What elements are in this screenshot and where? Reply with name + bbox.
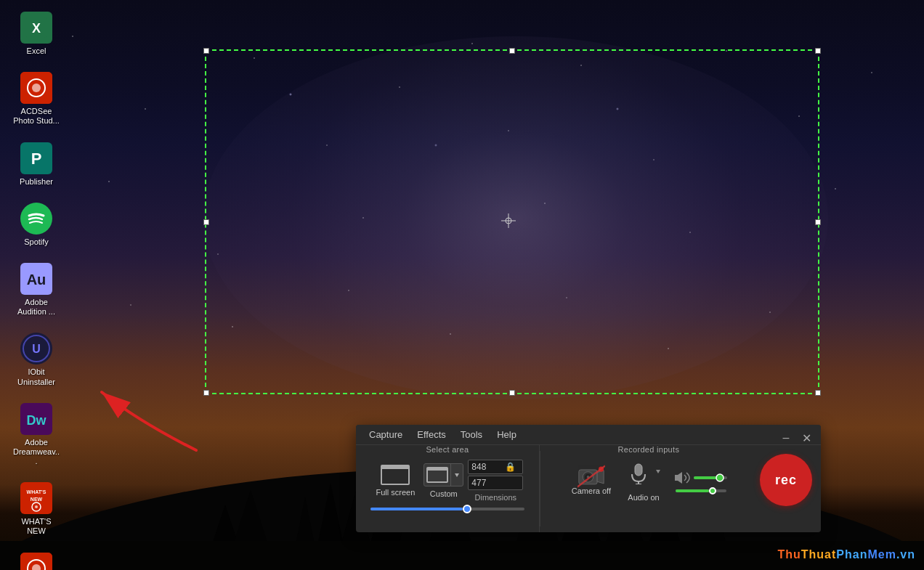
area-slider-track[interactable] — [370, 508, 524, 510]
acdsee2-icon-image — [20, 553, 52, 570]
full-screen-button[interactable]: Full screen — [372, 462, 420, 500]
audition-icon-image: Au — [20, 263, 52, 295]
area-controls: Full screen — [372, 460, 524, 502]
desktop-icon-publisher[interactable]: P Publisher — [9, 138, 64, 191]
arrow-indicator — [80, 378, 211, 465]
volume-slider-fill — [676, 489, 709, 492]
dimensions-area: 848 🔒 477 Dimensions — [468, 460, 523, 502]
dimensions-label: Dimensions — [475, 493, 516, 502]
recorded-inputs-title: Recorded inputs — [618, 445, 680, 454]
excel-icon-label: Excel — [27, 46, 46, 56]
iobit-icon-label: IObit Uninstaller — [13, 367, 60, 386]
spotify-icon-image — [20, 203, 52, 235]
width-input[interactable]: 848 — [471, 462, 505, 472]
svg-rect-43 — [381, 465, 409, 469]
desktop-icon-acdsee2[interactable]: ACDSee Photo Stud... — [9, 548, 64, 570]
audio-icon-wrap — [628, 463, 649, 484]
select-area-section: Select area Full screen — [356, 445, 540, 532]
area-slider-row — [363, 505, 532, 510]
menu-effects[interactable]: Effects — [410, 428, 453, 441]
publisher-icon-image: P — [20, 142, 52, 174]
excel-icon-image: X — [20, 12, 52, 44]
svg-point-34 — [35, 505, 38, 508]
desktop-icon-excel[interactable]: X Excel — [9, 7, 64, 60]
custom-label: Custom — [430, 489, 458, 498]
inputs-controls: Camera off — [567, 460, 730, 502]
desktop-icon-whatsnew[interactable]: WHAT'S NEW WHAT'S NEW — [9, 478, 64, 540]
height-input[interactable]: 477 — [471, 478, 505, 488]
audition-icon-label: Adobe Audition ... — [13, 298, 60, 317]
crosshair-cursor — [501, 213, 516, 228]
height-input-row: 477 — [468, 476, 523, 490]
select-area-title: Select area — [426, 445, 469, 454]
width-input-row: 848 🔒 — [468, 460, 523, 474]
custom-dropdown-button[interactable] — [450, 464, 463, 486]
custom-main-button[interactable] — [424, 464, 450, 486]
desktop-icon-dreamweaver[interactable]: Dw Adobe Dreamweav... — [9, 399, 64, 471]
svg-text:Au: Au — [27, 272, 46, 288]
svg-text:U: U — [32, 343, 41, 355]
milkyway-decoration — [203, 36, 828, 399]
recorded-inputs-section: Recorded inputs — [540, 445, 757, 532]
watermark-phan: Phan — [836, 548, 867, 561]
custom-button-group — [423, 463, 463, 486]
audio-label: Audio on — [628, 493, 659, 502]
audio-dropdown-button[interactable] — [653, 460, 663, 484]
watermark-mem: Mem — [867, 548, 896, 561]
svg-text:NEW: NEW — [31, 497, 43, 502]
record-button[interactable]: rec — [760, 454, 812, 506]
volume-area — [672, 469, 730, 492]
publisher-icon-label: Publisher — [20, 177, 53, 187]
audio-section: Audio on — [624, 460, 663, 502]
lock-icon: 🔒 — [505, 462, 516, 472]
svg-point-61 — [716, 474, 724, 481]
menu-tools[interactable]: Tools — [453, 428, 490, 441]
custom-section: Custom — [423, 463, 463, 498]
menu-help[interactable]: Help — [490, 428, 524, 441]
window-controls: – ✕ — [777, 429, 815, 447]
dreamweaver-icon-label: Adobe Dreamweav... — [13, 438, 60, 467]
toolbar-menu: Capture Effects Tools Help — [362, 428, 815, 441]
svg-marker-58 — [675, 472, 682, 484]
desktop-icon-acdsee[interactable]: ACDSee Photo Stud... — [9, 68, 64, 130]
spotify-icon-label: Spotify — [24, 237, 49, 247]
area-slider-thumb[interactable] — [463, 505, 471, 513]
audio-button-group — [624, 460, 663, 490]
watermark-vn: .vn — [896, 548, 915, 561]
full-screen-icon — [381, 465, 410, 485]
watermark-thu: Thu — [777, 548, 801, 561]
volume-slider-thumb[interactable] — [709, 487, 716, 494]
desktop-icon-audition[interactable]: Au Adobe Audition ... — [9, 258, 64, 321]
watermark: ThuThuatPhanMem.vn — [777, 548, 915, 561]
whatsnew-icon-image: WHAT'S NEW — [20, 482, 52, 514]
area-slider-fill — [370, 508, 463, 510]
iobit-icon-image: U — [20, 333, 52, 365]
dimension-inputs: 848 🔒 477 — [468, 460, 523, 490]
close-button[interactable]: ✕ — [798, 429, 815, 447]
desktop-icon-spotify[interactable]: Spotify — [9, 198, 64, 251]
audio-button[interactable] — [624, 460, 653, 490]
camera-icon-wrap — [578, 466, 605, 486]
svg-text:Dw: Dw — [27, 413, 47, 428]
svg-text:P: P — [31, 150, 42, 168]
desktop-icons-container: X Excel ACDSee Photo Stud... P — [0, 0, 73, 570]
desktop-background: X Excel ACDSee Photo Stud... P — [0, 0, 924, 570]
desktop-icon-iobit[interactable]: U IObit Uninstaller — [9, 328, 64, 391]
acdsee-icon-image — [20, 72, 52, 104]
volume-slider-track[interactable] — [676, 489, 726, 492]
svg-marker-57 — [656, 470, 660, 473]
svg-rect-54 — [635, 464, 642, 476]
svg-marker-51 — [597, 471, 604, 484]
svg-marker-46 — [455, 473, 459, 477]
toolbar-main-content: Select area Full screen — [356, 445, 821, 532]
watermark-thuat: Thuat — [801, 548, 837, 561]
menu-capture[interactable]: Capture — [362, 428, 410, 441]
whatsnew-icon-label: WHAT'S NEW — [13, 517, 60, 536]
dreamweaver-icon-image: Dw — [20, 403, 52, 435]
acdsee-icon-label: ACDSee Photo Stud... — [13, 107, 60, 126]
svg-text:WHAT'S: WHAT'S — [27, 489, 46, 494]
camera-button[interactable]: Camera off — [567, 463, 615, 498]
full-screen-label: Full screen — [376, 488, 416, 497]
recorder-toolbar: Capture Effects Tools Help – ✕ Select ar… — [356, 425, 821, 532]
minimize-button[interactable]: – — [777, 429, 795, 447]
